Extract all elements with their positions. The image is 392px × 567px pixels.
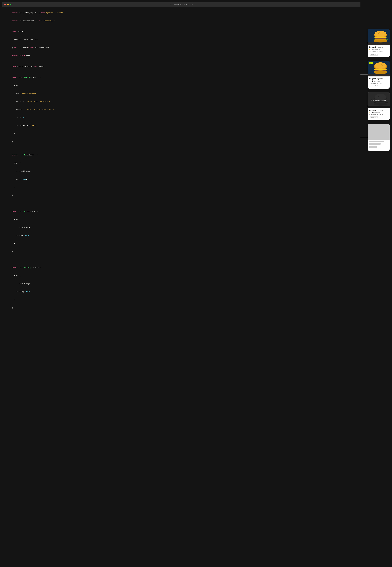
code-line-loading-export: export const Loading: Story = { <box>4 264 361 272</box>
new-badge: new <box>369 62 373 64</box>
code-line-new-args-close: }, <box>4 183 361 191</box>
default-card-name: Burger Kingdom <box>369 46 388 48</box>
svg-rect-14 <box>368 43 390 45</box>
code-line-new-close: } <box>4 191 361 199</box>
code-panel: RestaurantCard.stories.ts import type { … <box>2 2 361 565</box>
closed-card-name: Burger Kingdom <box>369 109 388 111</box>
code-line-import1: import type { StoryObj, Meta } from '@st… <box>4 9 361 17</box>
code-line-loading-args-close: }, <box>4 296 361 304</box>
star-icon: ★ <box>369 49 370 50</box>
code-line-default-args-close: }, <box>4 130 361 138</box>
title-bar: RestaurantCard.stories.ts <box>2 2 361 7</box>
svg-rect-29 <box>368 74 390 76</box>
closed-arrow <box>361 106 368 106</box>
default-arrow <box>361 43 368 43</box>
new-card-name: Burger Kingdom <box>369 78 388 80</box>
code-line-default-photo: photoUrl: 'https://pictures.com/burger.p… <box>4 105 361 114</box>
loading-arrow <box>361 137 368 137</box>
code-line-import2: import { RestaurantCard } from './Restau… <box>4 17 361 25</box>
new-card-categories: Comfort food <box>369 85 388 87</box>
loading-arrow-line <box>361 137 368 137</box>
new-card-body: Burger Kingdom ★ 4.2 Very Good Nicest pl… <box>368 76 390 88</box>
star-icon: ★ <box>369 80 370 82</box>
default-card-rating: ★ 4.2 Very Good <box>369 49 388 50</box>
svg-point-13 <box>374 40 387 43</box>
code-line-satisfies: } satisfies Meta<typeof RestaurantCard> <box>4 44 361 52</box>
code-line-default-rating: rating: 4.2, <box>4 114 361 122</box>
code-line-closed-args-open: args: { <box>4 215 361 223</box>
closed-category-tag: Comfort food <box>369 116 379 119</box>
code-line-default-name: name: 'Burger Kingdom', <box>4 89 361 98</box>
window-title: RestaurantCard.stories.ts <box>169 4 193 5</box>
closed-overlay: This restaurant is closed. <box>368 92 390 108</box>
closed-overlay-text: This restaurant is closed. <box>371 99 386 101</box>
default-preview-row: Burger Kingdom ★ 4.2 Very Good Nicest pl… <box>361 29 390 57</box>
closed-card-rating: ★ 4.2 Very Good <box>369 112 388 114</box>
new-preview-row: new Burger Kingdom ★ 4.2 Very Good Nices… <box>361 61 390 88</box>
new-rating-label: Very Good <box>373 80 380 82</box>
burger-illustration-default <box>368 29 390 45</box>
code-line-loading-spread: ...Default.args, <box>4 280 361 288</box>
default-rating-label: Very Good <box>373 49 380 50</box>
code-line-default-export: export const Default: Story = { <box>4 73 361 81</box>
code-line-default-categories: categories: ['burgers'], <box>4 122 361 130</box>
closed-card-specialty: Nicest place for burgers <box>369 114 388 116</box>
closed-arrow-line <box>361 106 368 106</box>
default-card-specialty: Nicest place for burgers <box>369 51 388 52</box>
new-card-image: new <box>368 61 390 76</box>
code-line-new-args-open: args: { <box>4 159 361 167</box>
svg-point-28 <box>374 71 387 74</box>
new-arrow-line <box>361 74 368 75</box>
code-line-default-args-open: args: { <box>4 81 361 89</box>
code-line-new-spread: ...Default.args, <box>4 167 361 175</box>
new-card-specialty: Nicest place for burgers <box>369 82 388 84</box>
loading-skeleton-category <box>369 146 377 148</box>
default-card: Burger Kingdom ★ 4.2 Very Good Nicest pl… <box>368 29 390 57</box>
new-card-rating: ★ 4.2 Very Good <box>369 80 388 82</box>
loading-card <box>368 124 390 151</box>
loading-card-body <box>368 140 390 151</box>
code-line-default-specialty: specialty: 'Nicest place for burgers', <box>4 98 361 105</box>
closed-card-image: This restaurant is closed. <box>368 92 390 108</box>
close-button-icon[interactable] <box>4 4 6 5</box>
new-card: new Burger Kingdom ★ 4.2 Very Good Nices… <box>368 61 390 88</box>
svg-point-4 <box>375 31 386 37</box>
code-line-const: const meta = { <box>4 28 361 36</box>
svg-point-19 <box>375 62 386 69</box>
code-line-new-isnew: isNew: true, <box>4 175 361 183</box>
minimize-button-icon[interactable] <box>7 4 9 5</box>
closed-card: This restaurant is closed. Burger Kingdo… <box>368 92 390 120</box>
traffic-lights <box>4 4 11 5</box>
code-line-closed-close: } <box>4 247 361 256</box>
star-icon: ★ <box>369 112 370 114</box>
code-line-default-close: } <box>4 138 361 146</box>
code-line-new-export: export const New: Story = { <box>4 151 361 159</box>
closed-rating-num: 4.2 <box>371 112 373 114</box>
new-arrow <box>361 74 368 75</box>
code-line-closed-isclosed: isClosed: true, <box>4 232 361 240</box>
code-line-component: component: RestaurantCard, <box>4 36 361 44</box>
default-card-image <box>368 29 390 45</box>
closed-preview-row: This restaurant is closed. Burger Kingdo… <box>361 92 390 120</box>
preview-panel: Burger Kingdom ★ 4.2 Very Good Nicest pl… <box>361 2 390 565</box>
new-rating-num: 4.2 <box>371 80 373 82</box>
code-line-closed-spread: ...Default.args, <box>4 224 361 232</box>
new-category-tag: Comfort food <box>369 85 379 87</box>
code-line-type-story: type Story = StoryObj<typeof meta> <box>4 63 361 71</box>
code-line-loading-args-open: args: { <box>4 272 361 280</box>
default-rating-num: 4.2 <box>371 49 373 50</box>
default-card-body: Burger Kingdom ★ 4.2 Very Good Nicest pl… <box>368 45 390 57</box>
closed-card-categories: Comfort food <box>369 116 388 119</box>
default-category-tag: Comfort food <box>369 53 379 56</box>
closed-rating-label: Very Good <box>373 112 380 113</box>
loading-card-image <box>368 124 390 140</box>
code-line-loading-isloading: isLoading: true, <box>4 288 361 296</box>
loading-preview-row <box>361 124 390 151</box>
loading-skeleton-name <box>369 141 384 142</box>
closed-card-body: Burger Kingdom ★ 4.2 Very Good Nicest pl… <box>368 108 390 120</box>
default-arrow-line <box>361 43 368 43</box>
code-line-export-default: export default meta <box>4 52 361 60</box>
default-card-categories: Comfort food <box>369 53 388 56</box>
loading-skeleton-rating <box>369 143 381 145</box>
fullscreen-button-icon[interactable] <box>10 4 11 5</box>
